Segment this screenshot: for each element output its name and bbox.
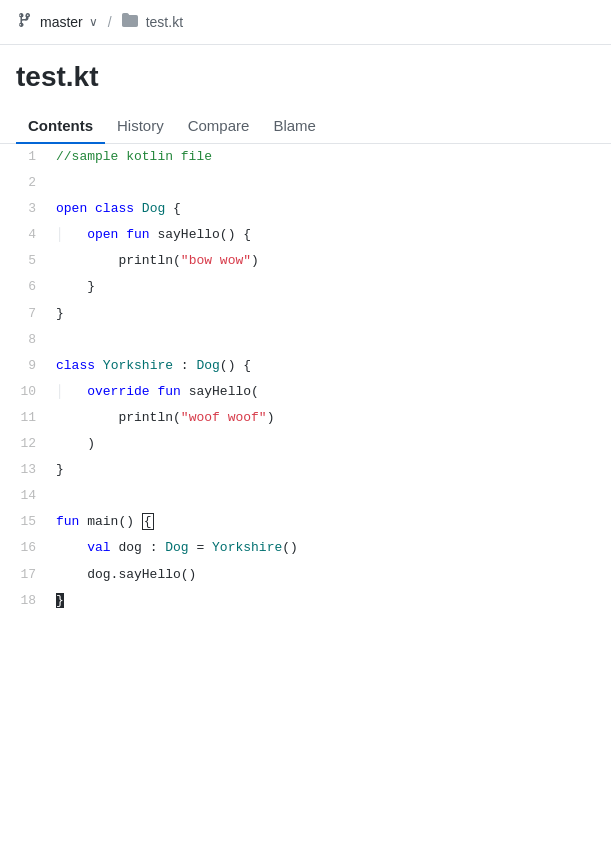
git-branch-icon xyxy=(16,12,32,32)
table-row: 10│ override fun sayHello( xyxy=(0,379,611,405)
table-row: 7} xyxy=(0,301,611,327)
chevron-down-icon: ∨ xyxy=(89,15,98,29)
page-title-section: test.kt xyxy=(0,45,611,93)
page-title: test.kt xyxy=(16,61,595,93)
line-code: fun main() { xyxy=(48,509,611,535)
line-number: 9 xyxy=(0,353,48,379)
line-code: val dog : Dog = Yorkshire() xyxy=(48,535,611,561)
table-row: 9class Yorkshire : Dog() { xyxy=(0,353,611,379)
line-code: ) xyxy=(48,431,611,457)
tab-contents[interactable]: Contents xyxy=(16,109,105,144)
path-separator: / xyxy=(108,14,112,30)
line-number: 8 xyxy=(0,327,48,353)
branch-name: master xyxy=(40,14,83,30)
table-row: 18} xyxy=(0,588,611,614)
table-row: 17 dog.sayHello() xyxy=(0,562,611,588)
header-bar: master ∨ / test.kt xyxy=(0,0,611,45)
table-row: 12 ) xyxy=(0,431,611,457)
line-code: println("woof woof") xyxy=(48,405,611,431)
code-table: 1//sample kotlin file2 3open class Dog {… xyxy=(0,144,611,614)
line-number: 10 xyxy=(0,379,48,405)
line-number: 18 xyxy=(0,588,48,614)
tab-compare[interactable]: Compare xyxy=(176,109,262,144)
line-number: 13 xyxy=(0,457,48,483)
table-row: 6 } xyxy=(0,274,611,300)
table-row: 3open class Dog { xyxy=(0,196,611,222)
table-row: 14 xyxy=(0,483,611,509)
line-number: 12 xyxy=(0,431,48,457)
line-number: 3 xyxy=(0,196,48,222)
line-code xyxy=(48,483,611,509)
line-code xyxy=(48,170,611,196)
line-number: 17 xyxy=(0,562,48,588)
table-row: 16 val dog : Dog = Yorkshire() xyxy=(0,535,611,561)
table-row: 13} xyxy=(0,457,611,483)
line-number: 1 xyxy=(0,144,48,170)
table-row: 2 xyxy=(0,170,611,196)
table-row: 8 xyxy=(0,327,611,353)
line-code: class Yorkshire : Dog() { xyxy=(48,353,611,379)
folder-icon xyxy=(122,12,138,32)
table-row: 5 println("bow wow") xyxy=(0,248,611,274)
file-path: test.kt xyxy=(146,14,183,30)
line-code: │ override fun sayHello( xyxy=(48,379,611,405)
tab-history[interactable]: History xyxy=(105,109,176,144)
line-code: println("bow wow") xyxy=(48,248,611,274)
line-code: } xyxy=(48,274,611,300)
table-row: 1//sample kotlin file xyxy=(0,144,611,170)
line-number: 16 xyxy=(0,535,48,561)
table-row: 15fun main() { xyxy=(0,509,611,535)
table-row: 11 println("woof woof") xyxy=(0,405,611,431)
tab-blame[interactable]: Blame xyxy=(261,109,328,144)
line-number: 4 xyxy=(0,222,48,248)
line-code: │ open fun sayHello() { xyxy=(48,222,611,248)
line-code xyxy=(48,327,611,353)
tabs-bar: Contents History Compare Blame xyxy=(0,109,611,144)
line-code: } xyxy=(48,457,611,483)
line-number: 5 xyxy=(0,248,48,274)
line-code: dog.sayHello() xyxy=(48,562,611,588)
line-number: 15 xyxy=(0,509,48,535)
line-code: } xyxy=(48,301,611,327)
line-number: 11 xyxy=(0,405,48,431)
line-code: //sample kotlin file xyxy=(48,144,611,170)
line-code: } xyxy=(48,588,611,614)
line-number: 2 xyxy=(0,170,48,196)
code-container: 1//sample kotlin file2 3open class Dog {… xyxy=(0,144,611,614)
line-number: 7 xyxy=(0,301,48,327)
branch-selector[interactable]: master ∨ xyxy=(40,14,98,30)
line-number: 14 xyxy=(0,483,48,509)
table-row: 4│ open fun sayHello() { xyxy=(0,222,611,248)
line-code: open class Dog { xyxy=(48,196,611,222)
line-number: 6 xyxy=(0,274,48,300)
